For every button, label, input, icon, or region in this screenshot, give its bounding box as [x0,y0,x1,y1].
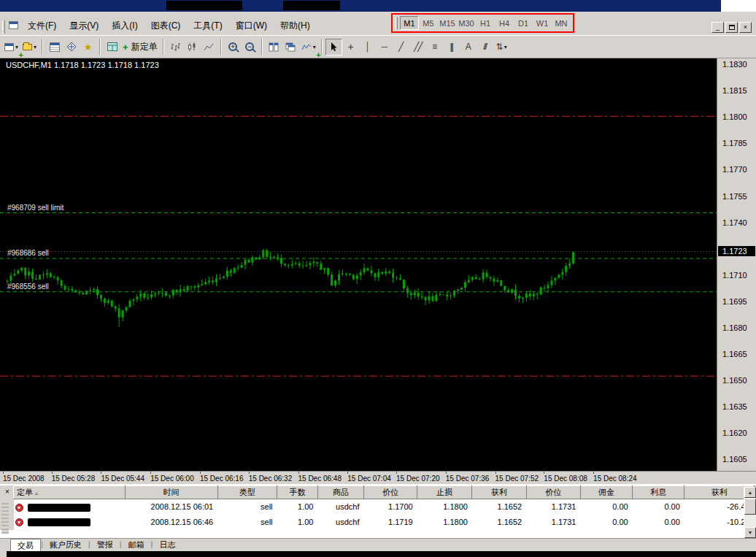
fibonacci-icon: ≡ [432,42,436,52]
trendline-tool-button[interactable]: ╱ [393,39,409,55]
arrows-tool-button[interactable]: ⇅▾ [493,39,510,55]
tab-account-history[interactable]: 账户历史 [43,539,88,551]
toolbar-grip[interactable] [395,17,398,29]
timeframe-m1-button[interactable]: M1 [400,16,419,30]
toolbar-grip[interactable] [2,20,5,34]
new-chart-button[interactable]: +▾ [2,39,20,55]
column-header-commission[interactable]: 佣金 [580,486,632,499]
navigator-button[interactable]: ★ [80,39,96,55]
title-bar[interactable] [0,0,756,12]
timeframe-h1-button[interactable]: H1 [476,16,495,30]
tab-alerts[interactable]: 警报 [90,539,120,551]
column-header-price2[interactable]: 价位 [526,486,580,499]
terminal-grip[interactable] [1,503,9,534]
zoom-in-button[interactable]: + [225,39,242,55]
order-swap: 0.00 [633,515,684,530]
zoom-in-icon: + [228,42,237,51]
cursor-tool-button[interactable] [325,39,342,55]
column-header-sl[interactable]: 止损 [417,486,472,499]
standard-toolbar: +▾ ▾ ★ +新定单 + − [0,35,756,58]
chart-info-line: USDCHF,M1 1.1718 1.1723 1.1718 1.1723 [6,61,159,69]
zoom-out-button[interactable]: − [242,39,258,55]
terminal-panel: × 定单 ▵ 时间 类型 手数 商品 价位 止损 获利 价位 佣金 利息 获利 [0,484,756,551]
order-lots: 1.00 [277,499,318,515]
tile-windows-button[interactable] [266,39,282,55]
minimize-button[interactable]: _ [711,22,724,33]
data-window-button[interactable] [63,39,80,55]
horizontal-line-tool-button[interactable]: ─ [376,39,393,55]
line-chart-button[interactable] [201,39,217,55]
toolbar-separator [321,39,323,55]
menu-help[interactable]: 帮助(H) [274,18,317,34]
column-header-order[interactable]: 定单 ▵ [14,486,126,499]
orders-header-row: 定单 ▵ 时间 类型 手数 商品 价位 止损 获利 价位 佣金 利息 获利 [14,486,755,499]
channel-tool-button[interactable]: ╱╱ [409,39,426,55]
timeframe-m5-button[interactable]: M5 [419,16,438,30]
crosshair-tool-button[interactable]: + [342,39,359,55]
order-sl: 1.1800 [417,515,472,530]
column-header-tp[interactable]: 获利 [472,486,526,499]
data-window-icon [66,42,77,52]
bar-chart-icon [170,42,180,52]
menu-insert[interactable]: 插入(I) [105,18,144,34]
shapes-tool-button[interactable]: /// [477,39,493,55]
menu-tools[interactable]: 工具(T) [187,18,228,34]
time-axis[interactable]: 15 Dec 200815 Dec 05:2815 Dec 05:4415 De… [0,471,756,484]
terminal-scrollbar[interactable]: ▲ ▼ [744,487,756,538]
column-header-price[interactable]: 价位 [364,486,417,499]
timeframe-w1-button[interactable]: W1 [533,16,552,30]
bar-chart-button[interactable] [167,39,184,55]
timeframe-h4-button[interactable]: H4 [495,16,514,30]
toolbar-separator [261,39,263,55]
order-line-label: #968686 sell [7,249,49,257]
text-tool-button[interactable]: A [460,39,477,55]
timeframe-d1-button[interactable]: D1 [514,16,533,30]
order-price: 1.1700 [364,499,417,515]
timeframe-mn-button[interactable]: MN [552,16,571,30]
time-axis-label: 15 Dec 06:16 [200,475,244,483]
profiles-icon [23,44,32,50]
tab-mailbox[interactable]: 邮箱 [122,539,151,551]
fibonacci-tool-button[interactable]: ≡ [426,39,443,55]
chart-window-icon[interactable] [9,19,18,32]
terminal-close-button[interactable]: × [2,488,12,498]
menu-view[interactable]: 显示(V) [63,18,105,34]
scrollbar-thumb[interactable] [744,499,756,515]
column-header-lots[interactable]: 手数 [277,486,318,499]
close-button[interactable]: × [739,22,752,33]
terminal-button[interactable] [104,39,120,55]
price-axis-label: 1.1785 [722,139,747,147]
price-axis[interactable]: 1.18301.18151.18001.17851.17701.17551.17… [717,58,756,471]
tab-journal[interactable]: 日志 [153,539,182,551]
restore-button[interactable] [725,22,738,33]
scroll-up-button[interactable]: ▲ [744,487,756,498]
menu-charts[interactable]: 图表(C) [144,18,188,34]
mdi-window-controls: _ × [711,22,755,34]
price-axis-label: 1.1755 [722,192,747,201]
candlestick-chart-button[interactable] [184,39,201,55]
time-axis-label: 15 Dec 05:44 [101,475,144,483]
timeframe-m30-button[interactable]: M30 [457,16,476,30]
new-order-button[interactable]: +新定单 [120,39,160,55]
scroll-down-button[interactable]: ▼ [744,527,756,538]
price-axis-label: 1.1770 [722,165,747,174]
vertical-line-tool-button[interactable]: │ [359,39,376,55]
menu-file[interactable]: 文件(F) [21,18,63,34]
menu-window[interactable]: 窗口(W) [229,18,274,34]
column-header-time[interactable]: 时间 [125,486,217,499]
price-axis-label: 1.1680 [722,323,747,332]
cycle-lines-tool-button[interactable]: ||| [443,39,460,55]
chart-plot[interactable]: USDCHF,M1 1.1718 1.1723 1.1718 1.1723 #9… [0,58,717,471]
column-header-symbol[interactable]: 商品 [317,486,363,499]
cascade-windows-button[interactable] [282,39,299,55]
column-header-swap[interactable]: 利息 [633,486,684,499]
order-row[interactable]: ▼ 2008.12.15 06:46 sell 1.00 usdchf 1.17… [14,515,755,530]
order-row[interactable]: ▼ 2008.12.15 06:01 sell 1.00 usdchf 1.17… [14,499,755,515]
timeframe-m15-button[interactable]: M15 [438,16,457,30]
order-price: 1.1719 [364,515,417,530]
indicators-button[interactable]: + ▾ [299,39,318,55]
column-header-type[interactable]: 类型 [217,486,277,499]
indicators-icon [301,42,312,52]
chevron-down-icon: ▾ [15,44,18,50]
market-watch-button[interactable] [46,39,63,55]
